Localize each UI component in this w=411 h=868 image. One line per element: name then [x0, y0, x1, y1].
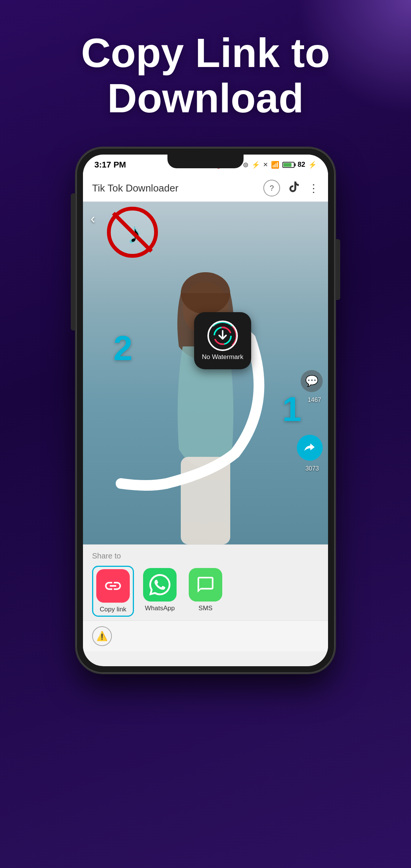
copy-link-icon-bg [96, 569, 130, 603]
share-count: 3073 [305, 465, 319, 472]
whatsapp-label: WhatsApp [145, 605, 175, 612]
video-content-area: ‹ ♪ ♪ [83, 202, 328, 544]
phone-notch [167, 155, 244, 168]
no-tiktok-watermark-badge: ♪ ♪ [106, 206, 159, 259]
bluetooth-icon: ⚡ [252, 161, 260, 169]
sms-icon-bg [189, 568, 222, 602]
tiktok-bar-icon [288, 180, 301, 196]
phone-screen: 3:17 PM 🔕 ▷ ⊙ ⊚ ⚡ ✕ 📶 82 ⚡ [83, 155, 328, 666]
camera-icon: ⊚ [243, 161, 249, 169]
warning-section: ⚠️ [83, 621, 328, 651]
phone-wrapper: 3:17 PM 🔕 ▷ ⊙ ⊚ ⚡ ✕ 📶 82 ⚡ [0, 140, 411, 673]
battery-fill [284, 163, 292, 167]
app-title: Tik Tok Downloader [92, 182, 263, 194]
svg-point-8 [214, 327, 231, 344]
share-button[interactable] [297, 435, 323, 461]
share-app-copy-link[interactable]: Copy link [92, 566, 134, 617]
copy-link-label: Copy link [100, 606, 126, 613]
share-apps-row: Copy link WhatsApp [92, 566, 319, 617]
share-app-whatsapp[interactable]: WhatsApp [140, 566, 180, 614]
no-watermark-label: No Watermark [202, 353, 244, 361]
app-bar: Tik Tok Downloader ? ⋮ [83, 175, 328, 202]
wifi-icon: 📶 [271, 161, 279, 169]
phone-outer: 3:17 PM 🔕 ▷ ⊙ ⊚ ⚡ ✕ 📶 82 ⚡ [76, 148, 335, 673]
battery-percentage: 82 [298, 161, 305, 169]
more-menu-icon[interactable]: ⋮ [308, 182, 319, 195]
status-time: 3:17 PM [94, 160, 126, 170]
share-sheet-title: Share to [92, 552, 319, 560]
hero-title-container: Copy Link to Download [0, 0, 411, 140]
svg-point-9 [214, 327, 231, 344]
share-app-sms[interactable]: SMS [186, 566, 225, 614]
back-arrow-icon[interactable]: ‹ [91, 211, 95, 227]
no-watermark-app-icon[interactable]: No Watermark [194, 312, 251, 369]
whatsapp-icon-bg [143, 568, 177, 602]
sim-icon: ✕ [263, 161, 268, 168]
help-icon[interactable]: ? [263, 180, 280, 196]
app-bar-icons: ? ⋮ [263, 180, 319, 196]
hero-title: Copy Link to Download [23, 30, 388, 121]
battery-box [282, 162, 295, 168]
annotation-number-1: 1 [282, 392, 301, 426]
download-icon-ring [207, 321, 238, 351]
bolt-icon: ⚡ [308, 161, 317, 169]
comments-icon[interactable]: 💬 [301, 370, 323, 392]
warning-icon: ⚠️ [92, 626, 112, 646]
battery-indicator [282, 162, 295, 168]
comments-count: 1467 [307, 397, 321, 404]
sms-label: SMS [199, 605, 213, 612]
annotation-number-2: 2 [113, 331, 132, 365]
